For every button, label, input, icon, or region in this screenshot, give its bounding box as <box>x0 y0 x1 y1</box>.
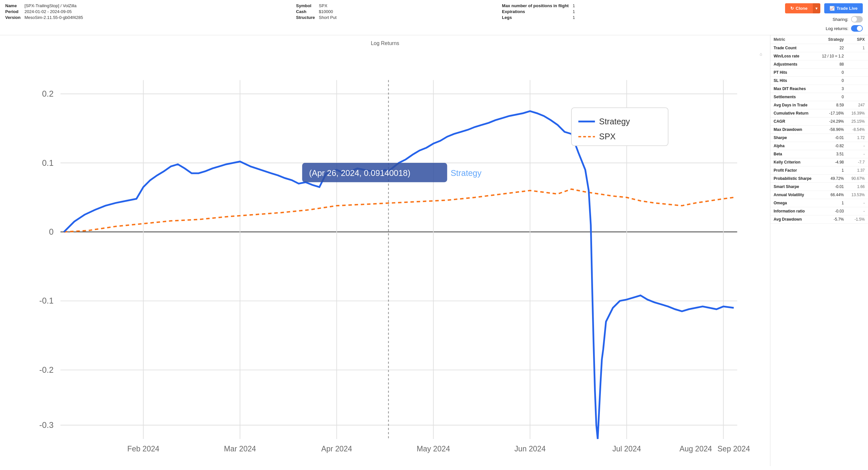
sharing-label: Sharing: <box>833 17 848 22</box>
clone-button[interactable]: ↻ Clone <box>785 3 813 13</box>
main-content: Log Returns ⌂ 0.2 <box>0 35 868 466</box>
spx-value: 16.39% <box>847 109 868 118</box>
metrics-sidebar: Metric Strategy SPX Trade Count 22 1 Win… <box>770 35 868 466</box>
strategy-value: 0 <box>817 69 847 77</box>
metric-name: Avg Drawdown <box>770 215 817 224</box>
svg-text:Mar 2024: Mar 2024 <box>224 444 256 453</box>
table-row: Avg Days in Trade 8.59 247 <box>770 101 868 109</box>
table-row: Trade Count 22 1 <box>770 44 868 52</box>
strategy-value: -0.01 <box>817 183 847 191</box>
metric-name: Adjustments <box>770 60 817 69</box>
metric-name: PT Hits <box>770 69 817 77</box>
strategy-value: 0 <box>817 93 847 101</box>
table-row: Settlements 0 <box>770 93 868 101</box>
metric-name: Win/Loss rate <box>770 52 817 60</box>
table-row: Win/Loss rate 12 / 10 = 1.2 <box>770 52 868 60</box>
svg-text:(Apr 26, 2024, 0.09140018): (Apr 26, 2024, 0.09140018) <box>309 168 410 177</box>
refresh-icon: ↻ <box>790 6 794 11</box>
sharing-row: Sharing: <box>833 16 863 23</box>
chart-svg: 0.2 0.1 0 -0.1 -0.2 -0.3 Feb 2024 Mar 20… <box>5 49 765 456</box>
table-row: Max DIT Reaches 3 <box>770 85 868 93</box>
table-row: Alpha -0.82 - <box>770 142 868 150</box>
table-row: Annual Volatility 66.44% 13.53% <box>770 191 868 199</box>
strategy-value: 3 <box>817 85 847 93</box>
metric-name: Settlements <box>770 93 817 101</box>
table-row: Probabilistic Sharpe 49.72% 90.67% <box>770 175 868 183</box>
log-returns-toggle[interactable] <box>851 25 863 32</box>
svg-text:-0.3: -0.3 <box>39 421 54 430</box>
header: Name [SPX-TrailingStop] / VolZilla Perio… <box>0 0 868 35</box>
table-row: Avg Drawdown -5.7% -1.5% <box>770 215 868 224</box>
strategy-value: 22 <box>817 44 847 52</box>
metric-name: Omega <box>770 199 817 207</box>
trade-live-button[interactable]: 📈 Trade Live <box>824 3 863 13</box>
spx-value: -8.54% <box>847 126 868 134</box>
spx-value: - <box>847 142 868 150</box>
svg-text:Jun 2024: Jun 2024 <box>514 444 546 453</box>
table-row: Cumulative Return -17.16% 16.39% <box>770 109 868 118</box>
strategy-value: -0.03 <box>817 207 847 215</box>
strategy-value: -17.16% <box>817 109 847 118</box>
table-row: Max Drawdown -58.96% -8.54% <box>770 126 868 134</box>
strategy-value: -4.98 <box>817 158 847 166</box>
symbol-label: Symbol <box>296 3 315 8</box>
strategy-header: Strategy <box>817 35 847 44</box>
metric-name: SL Hits <box>770 77 817 85</box>
name-value: [SPX-TrailingStop] / VolZilla <box>25 3 288 8</box>
svg-text:-0.1: -0.1 <box>39 296 54 305</box>
svg-text:SPX: SPX <box>599 132 616 141</box>
metric-name: Sharpe <box>770 134 817 142</box>
metric-name: Probabilistic Sharpe <box>770 175 817 183</box>
clone-dropdown-button[interactable]: ▾ <box>813 3 820 13</box>
period-value: 2024-01-02 - 2024-09-05 <box>25 9 288 14</box>
strategy-value: 0 <box>817 77 847 85</box>
svg-text:0.2: 0.2 <box>42 89 54 98</box>
structure-value: Short Put <box>319 15 494 20</box>
strategy-value: 88 <box>817 60 847 69</box>
svg-rect-31 <box>571 108 668 145</box>
chart-container: ⌂ 0.2 0.1 0 <box>5 49 765 456</box>
metric-name: CAGR <box>770 118 817 126</box>
spx-value: - <box>847 199 868 207</box>
metric-name: Annual Volatility <box>770 191 817 199</box>
svg-text:May 2024: May 2024 <box>417 444 450 453</box>
spx-value: 1.37 <box>847 166 868 175</box>
strategy-value: -0.01 <box>817 134 847 142</box>
spx-value <box>847 60 868 69</box>
home-icon[interactable]: ⌂ <box>760 52 762 57</box>
metric-header: Metric <box>770 35 817 44</box>
strategy-value: -58.96% <box>817 126 847 134</box>
table-row: Kelly Criterion -4.98 -7.7 <box>770 158 868 166</box>
metric-name: Max Drawdown <box>770 126 817 134</box>
metric-name: Smart Sharpe <box>770 183 817 191</box>
table-row: Adjustments 88 <box>770 60 868 69</box>
metric-name: Kelly Criterion <box>770 158 817 166</box>
clone-btn-group: ↻ Clone ▾ <box>785 3 820 13</box>
spx-value: 247 <box>847 101 868 109</box>
metric-name: Beta <box>770 150 817 158</box>
expirations-value: 1 <box>572 9 785 14</box>
name-label: Name <box>5 3 21 8</box>
spx-value: - <box>847 207 868 215</box>
header-actions: ↻ Clone ▾ 📈 Trade Live Sharing: Log retu… <box>785 3 863 32</box>
strategy-value: 1 <box>817 199 847 207</box>
legs-value: 1 <box>572 15 785 20</box>
svg-text:Sep 2024: Sep 2024 <box>717 444 750 453</box>
metrics-table: Metric Strategy SPX Trade Count 22 1 Win… <box>770 35 868 224</box>
metric-name: Profit Factor <box>770 166 817 175</box>
spx-value: 1.72 <box>847 134 868 142</box>
chart-title: Log Returns <box>5 40 765 46</box>
symbol-value: SPX <box>319 3 494 8</box>
chart-icon: 📈 <box>830 6 835 11</box>
spx-value: 1 <box>847 44 868 52</box>
metric-name: Max DIT Reaches <box>770 85 817 93</box>
table-row: SL Hits 0 <box>770 77 868 85</box>
spx-value <box>847 52 868 60</box>
spx-value <box>847 85 868 93</box>
table-row: Smart Sharpe -0.01 1.66 <box>770 183 868 191</box>
log-returns-label: Log returns: <box>826 26 848 31</box>
strategy-value: 3.51 <box>817 150 847 158</box>
structure-label: Structure <box>296 15 315 20</box>
svg-text:Strategy: Strategy <box>599 117 630 126</box>
sharing-toggle[interactable] <box>851 16 863 23</box>
